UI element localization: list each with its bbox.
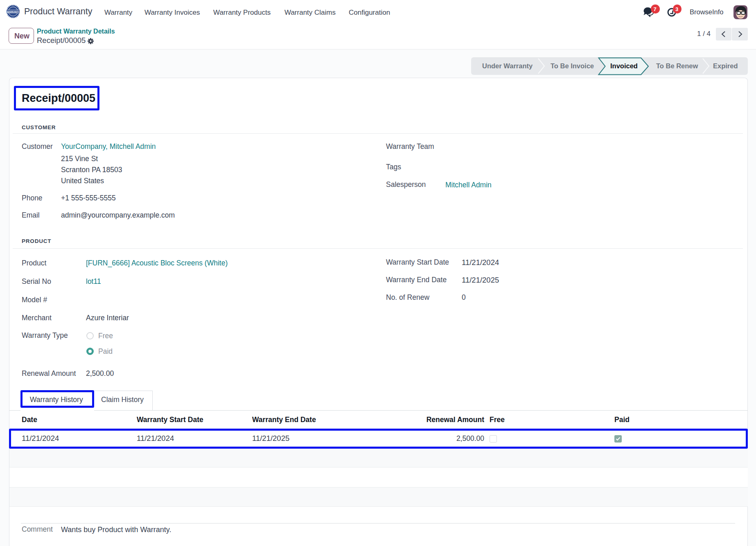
svg-text:WARRANTY: WARRANTY — [7, 11, 20, 13]
